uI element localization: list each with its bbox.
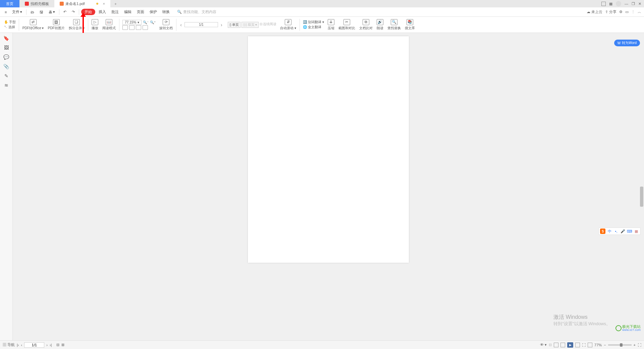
- undo-icon[interactable]: ↶: [61, 9, 68, 15]
- pdf-to-office[interactable]: ⇄ PDF转Office ▾: [21, 17, 46, 33]
- separator: [79, 9, 79, 15]
- chevron-down-icon: ▾: [53, 10, 55, 14]
- page-indicator[interactable]: 1/1: [184, 22, 218, 27]
- search-box[interactable]: 🔍 查找功能、文档内容: [177, 9, 216, 14]
- print-icon[interactable]: 🖶 ▾: [47, 9, 57, 15]
- zoom-out-icon[interactable]: 🔍⁻: [143, 20, 149, 24]
- continuous-button[interactable]: ⊟ 连续阅读: [260, 22, 277, 28]
- zoom-combo[interactable]: 77.15% ▾: [122, 20, 142, 25]
- menu-page[interactable]: 页面: [135, 9, 146, 15]
- file-menu[interactable]: 文件 ▾: [10, 9, 24, 15]
- menu-annotate[interactable]: 批注: [109, 9, 121, 15]
- select-tool[interactable]: ↖ 选择: [4, 25, 16, 30]
- pdf-icon: [60, 2, 64, 6]
- chevron-down-icon: ▾: [20, 10, 22, 14]
- rotate-right-icon[interactable]: [143, 25, 148, 30]
- screenshot-compare[interactable]: ✂ 截图和对比: [337, 17, 357, 33]
- convert-image-icon: 🖼: [53, 19, 60, 25]
- annotation-arrow: [83, 16, 84, 33]
- rotate-doc[interactable]: ⟳ 旋转文档: [158, 17, 174, 33]
- minimize-icon[interactable]: —: [625, 2, 628, 6]
- rotate-doc-icon: ⟳: [163, 19, 169, 25]
- window-icon[interactable]: ▭: [625, 10, 629, 14]
- compare-icon: ⧉: [363, 19, 369, 25]
- search-library[interactable]: 📚 搜文库: [403, 17, 417, 33]
- next-page-icon[interactable]: ›: [219, 22, 224, 28]
- close-tab-icon[interactable]: ×: [103, 2, 105, 6]
- menu-edit[interactable]: 编辑: [122, 9, 133, 15]
- text-compare[interactable]: ⧉ 文档比对: [358, 17, 374, 33]
- menu-protect[interactable]: 保护: [148, 9, 159, 15]
- book-icon: 📖: [106, 19, 112, 25]
- full-translate[interactable]: 🌐 全文翻译: [303, 25, 324, 30]
- tab-home-label: 首页: [6, 1, 13, 6]
- screenshot-icon: ✂: [343, 19, 350, 25]
- gear-icon[interactable]: ⚙: [619, 10, 623, 14]
- separator: [26, 9, 26, 15]
- search-placeholder: 查找功能、文档内容: [183, 9, 216, 14]
- unsaved-dot-icon: [96, 3, 98, 5]
- speaker-icon: 🔊: [377, 19, 383, 25]
- menu-insert[interactable]: 插入: [97, 9, 108, 15]
- title-bar: 首页 找稻壳模板 未命名1.pdf × ＋ ▦ — ❐ ✕: [0, 0, 644, 7]
- maximize-icon[interactable]: ❐: [632, 2, 635, 6]
- docer-icon: [25, 2, 29, 6]
- rotate-left-icon[interactable]: [136, 25, 141, 30]
- tab-templates-label: 找稻壳模板: [31, 1, 49, 6]
- cloud-status[interactable]: ☁ 未上云: [587, 9, 602, 14]
- save-icon[interactable]: 🖫: [38, 9, 45, 15]
- prev-page-icon[interactable]: ‹: [178, 22, 184, 28]
- ribbon: ✋ 手型 ↖ 选择 ⇄ PDF转Office ▾ 🖼 PDF转图片 ❏ 拆分合并…: [0, 17, 644, 33]
- hamburger-icon[interactable]: ≡: [3, 9, 9, 15]
- split-merge-icon: ❏: [73, 19, 80, 25]
- pdf-to-image[interactable]: 🖼 PDF转图片: [46, 17, 66, 33]
- menu-convert[interactable]: 转换: [160, 9, 172, 15]
- selection-tools: ✋ 手型 ↖ 选择: [3, 20, 17, 30]
- play-icon: ▷: [92, 19, 98, 25]
- fit-page-icon[interactable]: [129, 25, 135, 30]
- collapse-ribbon-icon[interactable]: ︿: [638, 9, 641, 14]
- auto-scroll[interactable]: ⇵ 自动滚动 ▾: [278, 17, 298, 33]
- fit-width-icon[interactable]: [122, 25, 128, 30]
- zoom-in-icon[interactable]: 🔍⁺: [150, 20, 156, 24]
- apps-icon[interactable]: ▦: [609, 2, 612, 6]
- compress-icon: ⇊: [328, 19, 334, 25]
- close-window-icon[interactable]: ✕: [638, 2, 641, 6]
- layout-icon[interactable]: [601, 2, 606, 6]
- tab-home[interactable]: 首页: [0, 0, 19, 7]
- search-icon: 🔍: [391, 19, 397, 25]
- single-page-button[interactable]: ▯ 单页: [228, 22, 240, 28]
- redo-icon[interactable]: ↷: [70, 9, 77, 15]
- hand-tool[interactable]: ✋ 手型: [4, 20, 16, 24]
- search-icon: 🔍: [177, 10, 182, 14]
- play-button[interactable]: ▷ 播放: [90, 17, 100, 33]
- read-mode[interactable]: 📖 阅读模式: [101, 17, 117, 33]
- tab-current-label: 未命名1.pdf: [65, 1, 85, 6]
- avatar-icon[interactable]: [616, 1, 621, 6]
- find-replace[interactable]: 🔍 查找替换: [386, 17, 402, 33]
- tab-current[interactable]: 未命名1.pdf ×: [54, 0, 110, 7]
- double-page-button[interactable]: ▯▯ 双页 ▾: [241, 22, 259, 28]
- compress[interactable]: ⇊ 压缩: [326, 17, 336, 33]
- menu-bar: ≡ 文件 ▾ 🗁 🖫 🖶 ▾ ↶ ↷ 开始 插入 批注 编辑 页面 保护 转换 …: [0, 7, 644, 17]
- word-translate[interactable]: 🔤 划词翻译 ▾: [303, 20, 324, 24]
- tab-templates[interactable]: 找稻壳模板: [19, 0, 54, 7]
- read-aloud[interactable]: 🔊 朗读: [375, 17, 385, 33]
- share-button[interactable]: ⇪ 分享: [605, 9, 616, 14]
- open-icon[interactable]: 🗁: [29, 9, 36, 15]
- library-icon: 📚: [407, 19, 413, 25]
- more-icon[interactable]: ⋮: [631, 10, 635, 14]
- new-tab-button[interactable]: ＋: [110, 0, 121, 7]
- convert-office-icon: ⇄: [30, 19, 37, 25]
- auto-scroll-icon: ⇵: [285, 19, 291, 25]
- separator: [59, 9, 59, 15]
